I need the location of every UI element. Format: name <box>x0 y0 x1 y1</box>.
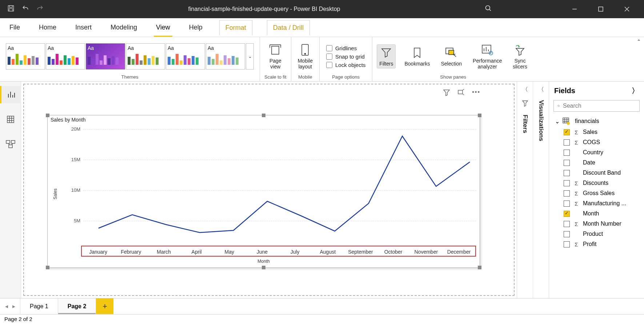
theme-thumb[interactable]: Aa <box>126 43 165 70</box>
menu-file[interactable]: File <box>7 19 22 37</box>
field-row[interactable]: ΣDiscounts <box>549 178 644 188</box>
maximize-icon[interactable] <box>592 0 610 18</box>
funnel-icon <box>381 46 392 59</box>
field-label: Gross Sales <box>583 190 615 197</box>
svg-point-38 <box>558 105 559 106</box>
group-label-show-panes: Show panes <box>440 74 466 80</box>
report-canvas[interactable]: ••• Sales by Month Sales 20M 15M 10M 5M … <box>21 82 517 298</box>
theme-thumb[interactable]: Aa <box>166 43 205 70</box>
field-label: Sales <box>583 129 597 135</box>
search-input[interactable] <box>563 103 636 109</box>
sigma-icon: Σ <box>573 180 579 186</box>
chevron-left-icon[interactable]: 〈 <box>538 86 544 94</box>
sync-slicers-button[interactable]: Sync slicers <box>511 42 529 71</box>
undo-icon[interactable] <box>22 5 29 13</box>
minimize-icon[interactable] <box>565 0 584 18</box>
theme-thumb[interactable]: Aa <box>6 43 45 70</box>
lock-checkbox[interactable]: Lock objects <box>326 62 365 68</box>
menu-insert[interactable]: Insert <box>73 19 94 37</box>
chart-line <box>48 123 480 254</box>
page-tab-2[interactable]: Page 2 <box>58 298 96 314</box>
close-icon[interactable] <box>618 0 636 18</box>
theme-thumb-selected[interactable]: Aa <box>86 43 125 70</box>
search-icon[interactable] <box>485 5 492 13</box>
performance-analyzer-button[interactable]: Performance analyzer <box>471 42 504 71</box>
collapse-ribbon-icon[interactable]: ⌃ <box>637 39 641 44</box>
visualizations-pane-collapsed[interactable]: 〈 Visualizations <box>533 82 549 298</box>
svg-point-14 <box>305 53 306 55</box>
report-view-button[interactable] <box>0 86 21 103</box>
field-row[interactable]: ΣManufacturing ... <box>549 198 644 209</box>
theme-dropdown[interactable]: ⌄ <box>246 43 254 70</box>
visual-filter-icon[interactable] <box>443 89 450 98</box>
sigma-icon: Σ <box>573 129 579 135</box>
field-row[interactable]: ΣProfit <box>549 239 644 249</box>
model-view-button[interactable] <box>0 135 21 153</box>
field-checkbox[interactable] <box>564 170 570 176</box>
field-row[interactable]: Month <box>549 209 644 219</box>
theme-gallery[interactable]: Aa Aa Aa Aa Aa Aa ⌄ <box>4 42 255 71</box>
page-tab-1[interactable]: Page 1 <box>20 298 58 314</box>
selection-button[interactable]: Selection <box>439 45 464 68</box>
x-axis-highlight: January February March April May June Ju… <box>81 246 476 257</box>
theme-thumb[interactable]: Aa <box>46 43 85 70</box>
field-label: Country <box>583 149 603 156</box>
field-checkbox[interactable] <box>564 150 570 156</box>
svg-rect-27 <box>7 116 14 123</box>
redo-icon[interactable] <box>36 5 44 13</box>
field-checkbox[interactable] <box>564 129 570 135</box>
chevron-left-icon[interactable]: 〈 <box>522 86 528 94</box>
gridlines-checkbox[interactable]: Gridlines <box>326 45 365 51</box>
table-financials[interactable]: ⌄ financials <box>549 115 644 127</box>
field-row[interactable]: ΣMonth Number <box>549 219 644 229</box>
menu-data-drill[interactable]: Data / Drill <box>267 20 310 35</box>
page-nav[interactable]: ◂▸ <box>0 298 20 314</box>
field-checkbox[interactable] <box>564 160 570 166</box>
field-checkbox[interactable] <box>564 201 570 207</box>
field-row[interactable]: Product <box>549 229 644 239</box>
group-label-mobile: Mobile <box>298 74 312 80</box>
field-label: Month <box>583 210 599 217</box>
field-row[interactable]: ΣGross Sales <box>549 188 644 198</box>
field-checkbox[interactable] <box>564 211 570 217</box>
menu-help[interactable]: Help <box>187 19 205 37</box>
chevron-right-icon[interactable]: 〉 <box>632 86 639 96</box>
menu-home[interactable]: Home <box>37 19 59 37</box>
visual-toolbar: ••• <box>443 89 480 98</box>
field-checkbox[interactable] <box>564 139 570 146</box>
filters-pane-button[interactable]: Filters <box>377 44 396 68</box>
data-view-button[interactable] <box>0 111 21 128</box>
field-checkbox[interactable] <box>564 221 570 227</box>
add-page-button[interactable]: + <box>96 298 113 314</box>
selection-icon <box>445 46 457 59</box>
sigma-icon: Σ <box>573 190 579 197</box>
snap-checkbox[interactable]: Snap to grid <box>326 53 365 60</box>
svg-line-4 <box>489 9 491 11</box>
field-row[interactable]: ΣSales <box>549 127 644 137</box>
filters-pane-collapsed[interactable]: 〈 Filters <box>517 82 533 298</box>
expand-icon[interactable]: ⌄ <box>555 118 560 125</box>
page-view-button[interactable]: Page view <box>267 42 284 71</box>
field-checkbox[interactable] <box>564 231 570 237</box>
menu-modeling[interactable]: Modeling <box>108 19 139 37</box>
menu-format[interactable]: Format <box>219 20 252 35</box>
field-row[interactable]: Date <box>549 158 644 168</box>
focus-mode-icon[interactable] <box>457 89 465 98</box>
mobile-layout-button[interactable]: Mobile layout <box>296 42 315 71</box>
field-row[interactable]: ΣCOGS <box>549 137 644 147</box>
fields-search[interactable] <box>553 100 640 112</box>
field-row[interactable]: Country <box>549 147 644 158</box>
field-label: COGS <box>583 139 600 146</box>
field-checkbox[interactable] <box>564 190 570 197</box>
field-row[interactable]: Discount Band <box>549 168 644 178</box>
line-chart-visual[interactable]: Sales by Month Sales 20M 15M 10M 5M Janu… <box>47 115 480 268</box>
save-icon[interactable] <box>7 5 15 13</box>
theme-thumb[interactable]: Aa <box>206 43 245 70</box>
field-label: Month Number <box>583 221 621 227</box>
menu-view[interactable]: View <box>154 19 172 37</box>
more-options-icon[interactable]: ••• <box>472 89 480 98</box>
field-checkbox[interactable] <box>564 180 570 186</box>
field-label: Date <box>583 159 595 166</box>
bookmarks-button[interactable]: Bookmarks <box>402 45 432 68</box>
field-checkbox[interactable] <box>564 241 570 247</box>
